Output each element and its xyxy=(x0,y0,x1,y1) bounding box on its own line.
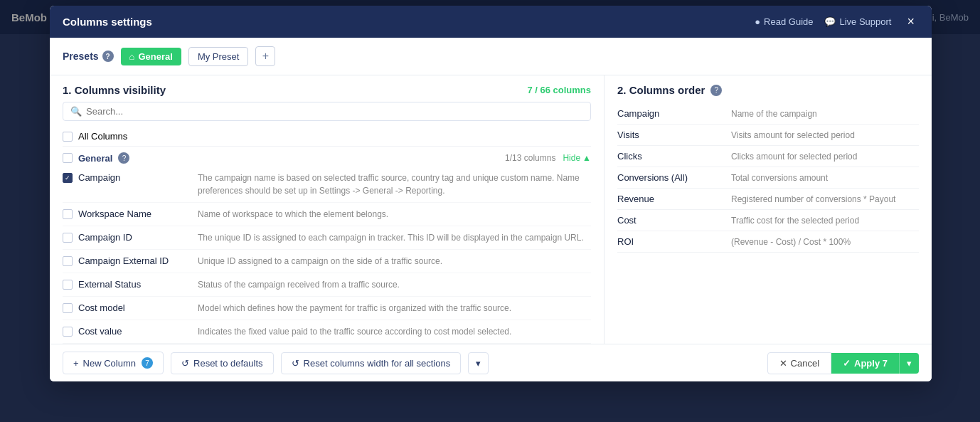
table-row: Cost value Indicates the fixed value pai… xyxy=(63,320,591,344)
col-item-left: Campaign xyxy=(63,172,191,183)
external-status-checkbox[interactable] xyxy=(63,280,73,290)
reset-width-icon: ↺ xyxy=(292,358,299,369)
order-table: Campaign Name of the campaign Visits Vis… xyxy=(617,103,919,253)
modal-title: Columns settings xyxy=(63,16,152,28)
list-item: Revenue Registered number of conversions… xyxy=(617,189,919,210)
col-item-left: Campaign ID xyxy=(63,231,191,243)
order-desc: Clicks amount for selected period xyxy=(731,152,919,162)
order-desc: Name of the campaign xyxy=(731,109,919,119)
chevron-down-icon-apply: ▾ xyxy=(907,358,912,369)
col-desc: The campaign name is based on selected t… xyxy=(198,172,591,197)
col-name: Cost model xyxy=(78,302,125,313)
order-name: Conversions (All) xyxy=(617,172,731,183)
workspace-name-checkbox[interactable] xyxy=(63,209,73,219)
columns-settings-modal: Columns settings ● Read Guide 💬 Live Sup… xyxy=(50,6,932,381)
search-input[interactable] xyxy=(86,106,583,117)
all-columns-row: All Columns xyxy=(63,127,591,147)
apply-dropdown-button[interactable]: ▾ xyxy=(899,353,919,374)
col-desc: Indicates the fixed value paid to the tr… xyxy=(198,325,591,338)
footer-right: ✕ Cancel ✓ Apply 7 ▾ xyxy=(767,352,919,374)
list-item: Cost Traffic cost for the selected perio… xyxy=(617,210,919,231)
search-input-wrap: 🔍 xyxy=(63,102,591,121)
presets-label: Presets ? xyxy=(63,51,114,62)
col-desc: Status of the campaign received from a t… xyxy=(198,278,591,291)
general-group-help-icon[interactable]: ? xyxy=(118,152,129,164)
modal-header-actions: ● Read Guide 💬 Live Support × xyxy=(755,13,919,31)
modal-overlay: Columns settings ● Read Guide 💬 Live Sup… xyxy=(0,0,980,422)
table-row: External Status Status of the campaign r… xyxy=(63,273,591,297)
check-icon: ✓ xyxy=(843,358,851,369)
chat-icon-modal: 💬 xyxy=(824,16,836,27)
search-bar: 🔍 xyxy=(50,102,604,127)
order-name: Clicks xyxy=(617,151,731,162)
cost-value-checkbox[interactable] xyxy=(63,327,73,337)
col-item-left: Cost model xyxy=(63,302,191,313)
reset-width-button[interactable]: ↺ Reset columns width for all sections xyxy=(281,352,462,374)
table-row: Campaign The campaign name is based on s… xyxy=(63,167,591,203)
col-name: Campaign ID xyxy=(78,232,132,243)
chevron-up-icon: ▲ xyxy=(582,153,591,163)
order-desc: Registered number of conversions * Payou… xyxy=(731,194,919,204)
modal-footer: + New Column 7 ↺ Reset to defaults ↺ Res… xyxy=(50,344,932,381)
modal-header: Columns settings ● Read Guide 💬 Live Sup… xyxy=(50,6,932,38)
list-item: Campaign Name of the campaign xyxy=(617,103,919,125)
general-group-checkbox[interactable] xyxy=(63,153,73,163)
footer-dropdown-button[interactable]: ▾ xyxy=(468,352,489,374)
section2-title: 2. Columns order xyxy=(617,84,705,96)
table-row: Campaign ID The unique ID is assigned to… xyxy=(63,226,591,250)
book-icon-modal: ● xyxy=(755,16,760,27)
col-item-left: External Status xyxy=(63,278,191,290)
section1-title: 1. Columns visibility xyxy=(63,84,166,96)
presets-bar: Presets ? ⌂ General My Preset + xyxy=(50,38,932,75)
reset-defaults-button[interactable]: ↺ Reset to defaults xyxy=(171,352,274,374)
col-name: Cost value xyxy=(78,326,122,337)
order-name: Cost xyxy=(617,215,731,226)
apply-button[interactable]: ✓ Apply 7 xyxy=(831,353,899,374)
new-column-button[interactable]: + New Column 7 xyxy=(63,352,164,374)
reset-icon: ↺ xyxy=(181,358,189,369)
group-row-left: General ? xyxy=(63,152,129,164)
all-columns-checkbox[interactable] xyxy=(63,132,73,142)
section2-help-icon[interactable]: ? xyxy=(710,85,722,96)
order-desc: Traffic cost for the selected period xyxy=(731,216,919,226)
chevron-down-icon: ▾ xyxy=(476,358,481,369)
modal-body: 1. Columns visibility 7 / 66 columns 🔍 xyxy=(50,75,932,344)
order-name: Campaign xyxy=(617,108,731,119)
home-icon: ⌂ xyxy=(129,51,135,62)
col-desc: Name of workspace to which the element b… xyxy=(198,208,591,221)
columns-order-panel: 2. Columns order ? Campaign Name of the … xyxy=(604,75,932,344)
columns-count-badge: 7 / 66 columns xyxy=(527,85,591,95)
col-desc: The unique ID is assigned to each campai… xyxy=(198,231,591,244)
cancel-button[interactable]: ✕ Cancel xyxy=(767,352,831,374)
new-column-badge: 7 xyxy=(142,357,153,369)
group-count-hide: 1/13 columns Hide ▲ xyxy=(505,153,591,163)
modal-close-button[interactable]: × xyxy=(902,13,919,31)
campaign-external-id-checkbox[interactable] xyxy=(63,256,73,266)
cost-model-checkbox[interactable] xyxy=(63,303,73,313)
app-background: BeMob ● Read Guide 💬 Live Support Hi, Be… xyxy=(0,0,980,422)
campaign-id-checkbox[interactable] xyxy=(63,233,73,243)
all-columns-label: All Columns xyxy=(78,131,127,142)
group-hide-button[interactable]: Hide ▲ xyxy=(563,153,591,163)
presets-help-icon[interactable]: ? xyxy=(102,51,114,62)
search-icon: 🔍 xyxy=(70,106,82,117)
col-desc: Unique ID assigned to a campaign on the … xyxy=(198,255,591,268)
preset-my-button[interactable]: My Preset xyxy=(188,47,249,66)
order-desc: (Revenue - Cost) / Cost * 100% xyxy=(731,237,919,247)
read-guide-modal-link[interactable]: ● Read Guide xyxy=(755,16,813,27)
footer-left: + New Column 7 ↺ Reset to defaults ↺ Res… xyxy=(63,352,489,374)
list-item: Conversions (All) Total conversions amou… xyxy=(617,167,919,189)
col-item-left: Campaign External ID xyxy=(63,255,191,266)
live-support-modal-link[interactable]: 💬 Live Support xyxy=(824,16,891,27)
preset-add-button[interactable]: + xyxy=(255,46,275,66)
preset-general-button[interactable]: ⌂ General xyxy=(121,48,181,65)
columns-visibility-panel: 1. Columns visibility 7 / 66 columns 🔍 xyxy=(50,75,604,344)
order-desc: Visits amount for selected period xyxy=(731,130,919,140)
campaign-checkbox[interactable] xyxy=(63,173,73,183)
right-panel-header: 2. Columns order ? xyxy=(617,84,919,96)
x-icon: ✕ xyxy=(779,358,787,369)
order-name: Revenue xyxy=(617,194,731,204)
order-name: ROI xyxy=(617,236,731,247)
col-name: Campaign External ID xyxy=(78,255,169,266)
col-item-left: Cost value xyxy=(63,325,191,337)
